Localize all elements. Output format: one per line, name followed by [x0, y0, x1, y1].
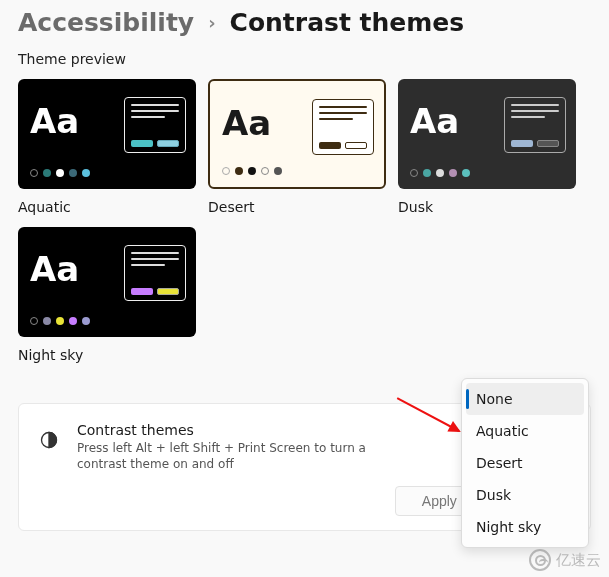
theme-name: Night sky	[18, 347, 196, 363]
watermark-logo-icon	[529, 549, 551, 571]
sample-text: Aa	[222, 103, 271, 143]
sample-text: Aa	[410, 101, 459, 141]
theme-aquatic[interactable]: Aa Aquatic	[18, 79, 196, 215]
theme-preview-desert: Aa	[208, 79, 386, 189]
theme-dusk[interactable]: Aa Dusk	[398, 79, 576, 215]
mini-window-icon	[124, 97, 186, 153]
theme-desert[interactable]: Aa Desert	[208, 79, 386, 215]
dropdown-option-dusk[interactable]: Dusk	[466, 479, 584, 511]
theme-preview-dusk: Aa	[398, 79, 576, 189]
theme-preview-aquatic: Aa	[18, 79, 196, 189]
mini-window-icon	[312, 99, 374, 155]
sample-text: Aa	[30, 249, 79, 289]
chevron-right-icon: ›	[208, 12, 215, 33]
theme-dropdown[interactable]: None Aquatic Desert Dusk Night sky	[461, 378, 589, 548]
swatch-dots	[30, 169, 90, 177]
swatch-dots	[410, 169, 470, 177]
mini-window-icon	[124, 245, 186, 301]
theme-name: Dusk	[398, 199, 576, 215]
mini-window-icon	[504, 97, 566, 153]
page-title: Contrast themes	[230, 8, 465, 37]
theme-preview-label: Theme preview	[0, 37, 609, 73]
watermark-text: 亿速云	[556, 551, 601, 570]
theme-name: Aquatic	[18, 199, 196, 215]
breadcrumb-parent[interactable]: Accessibility	[18, 8, 194, 37]
theme-nightsky[interactable]: Aa Night sky	[18, 227, 196, 363]
theme-grid: Aa Aquatic	[0, 73, 609, 363]
dropdown-option-nightsky[interactable]: Night sky	[466, 511, 584, 543]
watermark: 亿速云	[529, 549, 601, 571]
theme-preview-nightsky: Aa	[18, 227, 196, 337]
theme-name: Desert	[208, 199, 386, 215]
contrast-icon	[39, 430, 59, 450]
dropdown-option-none[interactable]: None	[466, 383, 584, 415]
swatch-dots	[222, 167, 282, 175]
dropdown-option-aquatic[interactable]: Aquatic	[466, 415, 584, 447]
card-description: Press left Alt + left Shift + Print Scre…	[77, 440, 417, 472]
sample-text: Aa	[30, 101, 79, 141]
dropdown-option-desert[interactable]: Desert	[466, 447, 584, 479]
breadcrumb: Accessibility › Contrast themes	[0, 0, 609, 37]
swatch-dots	[30, 317, 90, 325]
